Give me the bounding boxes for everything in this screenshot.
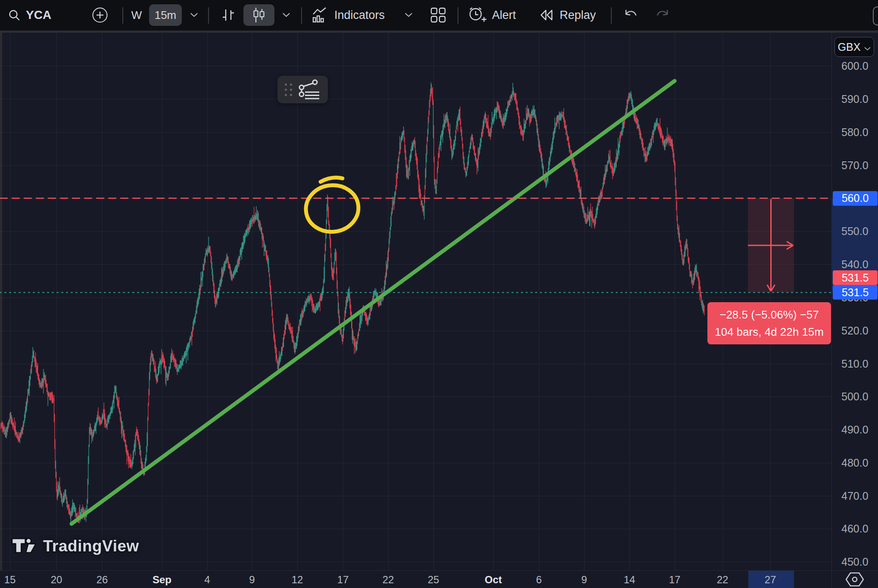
toolbar-divider — [122, 7, 123, 24]
indicators-button[interactable]: Indicators — [309, 4, 387, 26]
time-tick-label: 4 — [204, 574, 210, 586]
toolbar-divider — [458, 7, 458, 24]
toolbar-divider — [301, 7, 302, 24]
chart-canvas[interactable] — [0, 33, 831, 570]
time-tick-label: 15 — [4, 574, 16, 586]
alert-button[interactable]: Alert — [465, 4, 519, 26]
symbol-name: YCA — [26, 8, 51, 22]
time-tick-label: Oct — [485, 574, 502, 586]
measure-bars-text: 104 bars, 4d 22h 15m — [715, 325, 824, 339]
chart-settings-button[interactable] — [846, 572, 864, 588]
price-tick-label: 480.0 — [841, 457, 869, 469]
floating-drawing-toolbar[interactable] — [277, 76, 328, 103]
interval-menu-button[interactable] — [186, 4, 202, 26]
bar-style-button[interactable] — [216, 4, 240, 26]
price-tick-label: 520.0 — [841, 325, 869, 337]
alert-label: Alert — [492, 9, 516, 22]
chart-style-menu-button[interactable] — [278, 4, 294, 26]
plus-circle-icon — [92, 7, 108, 23]
search-icon — [8, 9, 21, 22]
last-price-label: 531.5 — [833, 285, 878, 300]
currency-toggle-button[interactable]: GBX — [834, 37, 874, 57]
measure-start-price-label: 560.0 — [833, 191, 878, 206]
time-tick-label: 26 — [97, 574, 108, 586]
price-tick-label: 600.0 — [841, 60, 869, 72]
undo-button[interactable] — [620, 4, 642, 26]
price-tick-label: 590.0 — [841, 93, 869, 105]
price-tick-label: 450.0 — [841, 556, 869, 568]
price-tick-label: 490.0 — [841, 424, 869, 436]
price-tick-label: 580.0 — [841, 126, 869, 139]
price-tick-label: 540.0 — [841, 258, 869, 271]
time-tick-label: 9 — [581, 574, 587, 586]
time-axis[interactable]: 152026Sep4912172225Oct6914172227 — [0, 570, 831, 588]
replay-button[interactable]: Replay — [536, 4, 598, 26]
toolbar-divider — [208, 7, 209, 24]
symbol-search-button[interactable]: YCA — [5, 4, 54, 26]
indicators-label: Indicators — [334, 9, 385, 22]
time-tick-label: 17 — [337, 574, 349, 586]
time-tick-label: 27 — [765, 574, 776, 586]
time-tick-label: 22 — [383, 574, 394, 586]
candle-style-button[interactable] — [243, 4, 274, 26]
compare-add-button[interactable] — [86, 4, 114, 26]
toolbar-divider — [611, 7, 612, 24]
indicators-icon — [312, 7, 329, 23]
time-tick-label: Sep — [153, 574, 171, 586]
time-tick-label: 14 — [624, 574, 635, 586]
time-tick-label: 25 — [428, 574, 439, 586]
top-toolbar: YCA W 15m — [0, 0, 878, 33]
price-tick-label: 500.0 — [841, 390, 869, 403]
tradingview-logo-icon — [11, 535, 37, 557]
time-tick-label: 12 — [292, 574, 303, 586]
hlc-bars-icon — [221, 8, 236, 22]
interval-week-button[interactable]: W — [127, 4, 146, 26]
chevron-down-icon — [283, 13, 290, 17]
price-tick-label: 510.0 — [841, 358, 869, 370]
interval-week-label: W — [131, 9, 142, 22]
time-tick-label: 20 — [51, 574, 62, 586]
tradingview-app: YCA W 15m — [0, 0, 878, 588]
price-tick-label: 470.0 — [841, 490, 869, 502]
interval-current-label: 15m — [155, 9, 177, 22]
measure-change-text: −28.5 (−5.06%) −57 — [719, 308, 819, 322]
indicator-templates-button[interactable] — [401, 4, 416, 26]
axis-corner — [831, 570, 878, 588]
time-tick-label: 9 — [249, 574, 255, 586]
measure-end-price-label: 531.5 — [833, 270, 878, 285]
redo-arrow-icon — [655, 9, 670, 22]
price-axis[interactable]: 600.0590.0580.0570.0560.0550.0540.0530.0… — [831, 33, 878, 570]
price-tick-label: 550.0 — [841, 225, 869, 238]
chevron-down-icon — [190, 13, 198, 17]
layout-grid-button[interactable] — [426, 4, 451, 26]
toolbar-edge-button-fragment[interactable] — [873, 6, 878, 25]
price-tick-label: 570.0 — [841, 159, 869, 172]
candles-icon — [252, 7, 265, 23]
alarm-clock-plus-icon — [468, 6, 487, 24]
trendline-style-button[interactable] — [298, 78, 320, 101]
trendline-stats-icon — [298, 95, 320, 101]
replay-label: Replay — [560, 9, 596, 22]
tradingview-logo[interactable]: TradingView — [11, 535, 139, 557]
rewind-icon — [538, 8, 554, 22]
grid-layout-icon — [430, 7, 446, 23]
drag-handle-icon[interactable] — [285, 84, 292, 96]
undo-arrow-icon — [623, 9, 638, 22]
tradingview-logo-text: TradingView — [43, 537, 139, 555]
time-tick-label: 22 — [717, 574, 729, 586]
redo-button[interactable] — [651, 4, 674, 26]
time-tick-label: 6 — [536, 574, 542, 586]
chevron-down-icon — [405, 13, 412, 17]
price-tick-label: 460.0 — [841, 523, 869, 535]
interval-current-button[interactable]: 15m — [149, 4, 182, 26]
chevron-down-icon — [864, 41, 871, 53]
measure-tooltip: −28.5 (−5.06%) −57 104 bars, 4d 22h 15m — [707, 302, 831, 344]
time-tick-label: 17 — [669, 574, 681, 586]
currency-label: GBX — [838, 41, 861, 53]
settings-hexagon-icon — [846, 582, 864, 588]
